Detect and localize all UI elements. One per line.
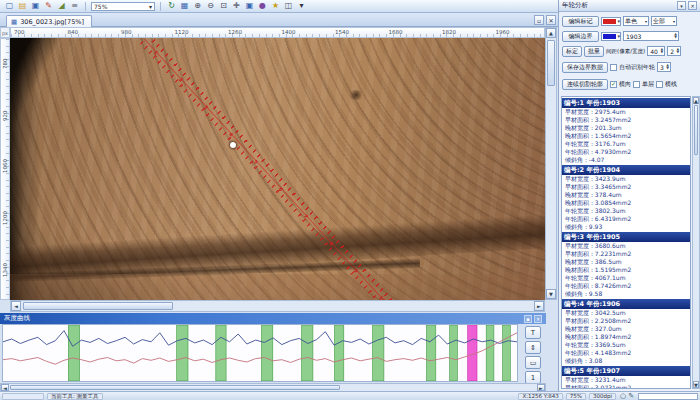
ring-entry-row[interactable]: 倾斜角 : -4.07 xyxy=(562,156,690,164)
open-icon[interactable]: ▤ xyxy=(17,1,28,12)
ring-record-list[interactable]: 编号:1 年份:1903早材宽度 : 2975.4um早材面积 : 3.2457… xyxy=(561,96,691,389)
ring-boundary-bar[interactable] xyxy=(68,325,79,381)
image-horizontal-scrollbar[interactable]: ◄ ► xyxy=(10,300,545,312)
ring-entry-row[interactable]: 倾斜角 : 9.58 xyxy=(562,290,690,298)
curve-scroll-thumb[interactable] xyxy=(10,385,340,390)
fit-window-icon[interactable]: ⊡ xyxy=(218,1,229,12)
new-icon[interactable]: ▢ xyxy=(4,1,15,12)
crosshair-icon[interactable]: ✚ xyxy=(231,1,242,12)
calibrate-button[interactable]: 标定 xyxy=(562,46,582,57)
ruler-label: 840 xyxy=(68,29,79,35)
ring-boundary-bar[interactable] xyxy=(450,325,458,381)
refresh-icon[interactable]: ↻ xyxy=(166,1,177,12)
vertical-scroll-thumb[interactable] xyxy=(547,40,555,86)
scroll-left-icon[interactable]: ◄ xyxy=(11,301,21,311)
ruler-label: 920 xyxy=(2,111,8,122)
style-select-value: 单色 xyxy=(625,17,637,26)
spinner-arrows-icon[interactable]: ▲▼ xyxy=(675,48,680,55)
ring-entry-row[interactable]: 倾斜角 : 9.93 xyxy=(562,223,690,231)
scroll-right-icon[interactable]: ► xyxy=(534,301,544,311)
ring-boundary-bar[interactable] xyxy=(486,325,494,381)
ring-boundary-bar[interactable] xyxy=(373,325,384,381)
gray-curve-chart[interactable] xyxy=(2,324,518,382)
image-vertical-scrollbar[interactable]: ▲ ▼ xyxy=(545,27,557,300)
contour-button[interactable]: 连续切割轮廓 xyxy=(562,79,608,90)
wood-sample-image[interactable]: 12345678910 xyxy=(10,38,545,300)
ring-entry-row[interactable]: 早材面积 : 3.0731mm2 xyxy=(562,384,690,389)
boundary-color-picker[interactable]: ▾ xyxy=(601,32,621,41)
ring-list-scrollbar[interactable]: ▲ ▼ xyxy=(692,96,700,389)
document-tab[interactable]: ▦ 306_0023.jpg[75%] xyxy=(6,15,92,27)
probe-point-marker[interactable] xyxy=(230,142,236,148)
ring-boundary-bar[interactable] xyxy=(335,325,344,381)
edit-boundary-button[interactable]: 编辑边界 xyxy=(562,31,599,42)
save-boundary-button[interactable]: 保存边界数据 xyxy=(562,62,608,73)
select-region-button[interactable]: ▭ xyxy=(525,356,541,369)
ring-boundary-bar[interactable] xyxy=(302,325,313,381)
auto-detect-spinner[interactable]: 3 ▲▼ xyxy=(657,62,671,72)
scroll-down-icon[interactable]: ▼ xyxy=(546,289,556,299)
zoom-in-icon[interactable]: ⊕ xyxy=(192,1,203,12)
close-panel-icon[interactable]: ✕ xyxy=(534,315,542,323)
status-search-input[interactable] xyxy=(638,393,698,400)
star-icon[interactable]: ★ xyxy=(270,1,281,12)
spinner-arrows-icon[interactable]: ▲▼ xyxy=(673,33,678,40)
measure-icon[interactable]: ◢ xyxy=(56,1,67,12)
save-icon[interactable]: ▣ xyxy=(30,1,41,12)
zoom-combobox[interactable]: 75% ▾ xyxy=(91,2,155,11)
horizontal-scroll-thumb[interactable] xyxy=(23,302,173,310)
edit-mark-button[interactable]: 编辑标记 xyxy=(562,16,599,27)
mark-color-picker[interactable]: ▾ xyxy=(601,17,621,26)
ring-boundary-bar[interactable] xyxy=(427,325,436,381)
ring-boundary-bar[interactable] xyxy=(503,325,511,381)
ring-entry-row[interactable]: 倾斜角 : 3.08 xyxy=(562,357,690,365)
ring-boundary-bar[interactable] xyxy=(262,325,273,381)
tag-icon[interactable]: ≡ xyxy=(69,1,80,12)
scroll-left-icon[interactable]: ◄ xyxy=(1,384,9,391)
ring-entry-header[interactable]: 编号:2 年份:1904 xyxy=(562,165,690,175)
ring-boundary-bar[interactable] xyxy=(216,325,226,381)
start-year-spinner[interactable]: 1903 ▲▼ xyxy=(623,31,679,41)
batch-button[interactable]: 批量 xyxy=(584,46,604,57)
window-icon[interactable]: ▣ xyxy=(244,1,255,12)
ring-entry-header[interactable]: 编号:1 年份:1903 xyxy=(562,98,690,108)
horizontal-checkbox[interactable]: ✓ 横向 xyxy=(610,80,631,89)
settings-icon[interactable]: ● xyxy=(257,1,268,12)
document-tab-label: 306_0023.jpg[75%] xyxy=(20,18,84,26)
scope-select[interactable]: 全部▾ xyxy=(651,16,677,26)
single-layer-checkbox[interactable]: 单层 xyxy=(633,80,654,89)
scroll-up-icon[interactable]: ▲ xyxy=(546,28,556,38)
scroll-down-icon[interactable]: ▼ xyxy=(693,381,699,388)
magnifier-icon[interactable]: ○ xyxy=(620,392,626,400)
threshold-tool-button[interactable]: T xyxy=(525,326,541,339)
toolbar-left-group: ▢▤▣✎◢≡ xyxy=(4,1,80,12)
spinner-arrows-icon[interactable]: ▲▼ xyxy=(665,64,670,71)
ring-entry-header[interactable]: 编号:5 年份:1907 xyxy=(562,366,690,376)
zoom-out-icon[interactable]: ⊖ xyxy=(205,1,216,12)
scroll-up-icon[interactable]: ▲ xyxy=(693,97,699,104)
move-boundary-button[interactable]: ⇕ xyxy=(525,341,541,354)
ring-entry-header[interactable]: 编号:4 年份:1906 xyxy=(562,299,690,309)
list-scroll-thumb[interactable] xyxy=(694,105,698,155)
spinner-arrows-icon[interactable]: ▲▼ xyxy=(659,48,664,55)
style-select[interactable]: 单色▾ xyxy=(623,16,649,26)
pin-panel-icon[interactable]: ▪ xyxy=(524,315,532,323)
panel-menu-icon[interactable]: ▾ xyxy=(677,1,686,10)
more-dropdown-icon[interactable]: ▾ xyxy=(296,1,307,12)
spacing-spinner-2[interactable]: 2 ▲▼ xyxy=(667,46,681,56)
auto-detect-checkbox[interactable]: 自动识别年轮 xyxy=(610,63,655,72)
curve-panel-buttons: ▪✕ xyxy=(524,315,542,323)
ring-boundary-bar[interactable] xyxy=(177,325,188,381)
ruler-icon[interactable]: ◫ xyxy=(283,1,294,12)
scroll-right-icon[interactable]: ► xyxy=(537,384,545,391)
cross-line-checkbox[interactable]: 横线 xyxy=(656,80,677,89)
checkbox-icon xyxy=(633,81,640,88)
restore-doc-icon[interactable]: ▫ xyxy=(534,15,544,25)
ring-entry-header[interactable]: 编号:3 年份:1905 xyxy=(562,232,690,242)
grid-icon[interactable]: ▦ xyxy=(179,1,190,12)
spacing-spinner-1[interactable]: 40 ▲▼ xyxy=(647,46,665,56)
pencil-icon[interactable]: ✎ xyxy=(628,392,634,400)
close-panel-icon[interactable]: ✕ xyxy=(688,1,697,10)
edit-icon[interactable]: ✎ xyxy=(43,1,54,12)
close-doc-icon[interactable]: ✕ xyxy=(546,15,556,25)
